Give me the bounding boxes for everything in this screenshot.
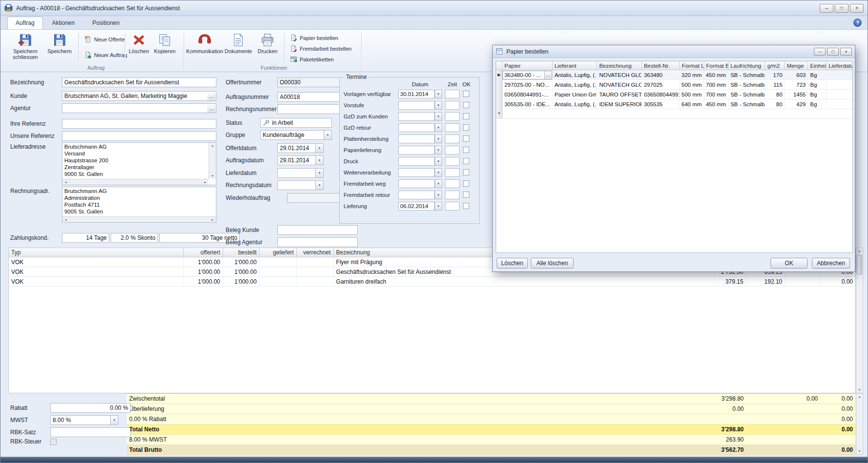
scroll-left-icon[interactable]: ◄	[62, 179, 69, 185]
offertdatum-value[interactable]: 29.01.2014	[277, 143, 315, 153]
termine-3-datum-input[interactable]	[398, 123, 435, 132]
status-field[interactable]: in Arbeit	[260, 118, 332, 128]
totals-vertical-scrollbar[interactable]: ▲ ▼	[856, 393, 863, 455]
termine-6-zeit-input[interactable]	[445, 157, 460, 166]
termine-10-datum-input[interactable]: 06.02.2014	[398, 202, 435, 211]
communication-button[interactable]: Kommunikation	[187, 32, 223, 64]
positions-vertical-scrollbar[interactable]: ▲ ▼	[856, 248, 863, 393]
termine-7-datum-input[interactable]	[398, 168, 435, 177]
paper-col-format-b[interactable]: Format B	[704, 61, 729, 70]
order-paper-button[interactable]: Papier bestellen	[288, 33, 340, 43]
termine-2-datum-dropdown[interactable]: ▼	[435, 112, 442, 121]
termine-4-zeit-input[interactable]	[445, 135, 460, 143]
kunde-lookup-button[interactable]: …	[207, 91, 216, 101]
termine-5-datum-dropdown[interactable]: ▼	[435, 146, 442, 154]
bezeichnung-input[interactable]	[62, 77, 216, 87]
papier-edit-field[interactable]: 363480-00 - ... …	[502, 71, 552, 79]
paper-col-bezeichnung[interactable]: Bezeichnung	[597, 61, 642, 70]
papier-lookup-button[interactable]: …	[544, 71, 552, 79]
delete-button[interactable]: Löschen	[127, 32, 151, 64]
termine-10-datum-dropdown[interactable]: ▼	[435, 202, 442, 211]
new-offer-button[interactable]: Neue Offerte	[82, 34, 127, 44]
order-external-button[interactable]: Fremdarbeit bestellen	[288, 43, 353, 54]
termine-10-zeit-input[interactable]	[445, 202, 460, 211]
termine-2-zeit-input[interactable]	[445, 112, 460, 121]
positions-col-verrechnet[interactable]: verrechnet	[297, 248, 334, 257]
mwst-dropdown-button[interactable]: ▼	[110, 415, 118, 425]
lieferdatum-dropdown-button[interactable]: ▼	[315, 168, 324, 178]
scroll-left-icon[interactable]: ◄	[62, 217, 69, 223]
termine-5-ok-checkbox[interactable]	[463, 147, 469, 153]
paper-col-lieferdatum[interactable]: Lieferdatum	[827, 61, 852, 70]
termine-9-ok-checkbox[interactable]	[463, 192, 469, 198]
paper-col-papier[interactable]: Papier	[502, 61, 553, 70]
termine-0-ok-checkbox[interactable]	[463, 91, 469, 97]
kunde-input[interactable]	[62, 91, 207, 101]
documents-button[interactable]: Dokumente	[224, 32, 253, 64]
termine-4-datum-input[interactable]	[398, 135, 435, 143]
save-close-button[interactable]: Speichern schliessen	[8, 32, 42, 64]
help-button[interactable]: ?	[853, 19, 862, 27]
print-button[interactable]: Drucken	[255, 32, 280, 64]
zahlungskond-skonto-input[interactable]	[111, 233, 158, 243]
unsere-referenz-input[interactable]	[62, 131, 216, 141]
termine-6-datum-input[interactable]	[398, 157, 435, 166]
termine-8-zeit-input[interactable]	[445, 179, 460, 188]
paper-new-row[interactable]: *	[496, 109, 852, 119]
scrollbar-thumb[interactable]	[857, 255, 862, 274]
minimize-button[interactable]: –	[820, 4, 833, 13]
dialog-close-button[interactable]: ×	[840, 48, 852, 56]
agentur-input[interactable]	[62, 103, 207, 113]
termine-7-ok-checkbox[interactable]	[463, 169, 469, 175]
rechnungsadr-horizontal-scrollbar[interactable]: ◄ ►	[62, 216, 216, 222]
rabatt-input[interactable]	[50, 403, 131, 413]
rechnungsdatum-dropdown-button[interactable]: ▼	[315, 180, 324, 190]
positions-row-2[interactable]: VOK 1'000.00 1'000.00 Garnituren dreifac…	[9, 277, 855, 287]
rbk-satz-input[interactable]	[50, 427, 131, 437]
termine-6-ok-checkbox[interactable]	[463, 158, 469, 164]
tab-aktionen[interactable]: Aktionen	[44, 17, 83, 29]
positions-col-typ[interactable]: Typ	[9, 248, 184, 257]
termine-1-datum-input[interactable]	[398, 101, 435, 110]
termine-1-datum-dropdown[interactable]: ▼	[435, 101, 442, 110]
paper-col-einheit[interactable]: Einheit	[808, 61, 827, 70]
paper-col-bestellnr[interactable]: Bestell-Nr.	[642, 61, 680, 70]
termine-10-ok-checkbox[interactable]	[463, 203, 469, 209]
scroll-down-icon[interactable]: ▼	[856, 448, 863, 454]
rechnungsadr-textarea[interactable]: Brutschmann AG Administration Postfach 4…	[62, 187, 216, 223]
tab-positionen[interactable]: Positionen	[84, 17, 128, 29]
rechnungsdatum-value[interactable]	[277, 180, 315, 190]
package-labels-button[interactable]: Paketetiketten	[288, 54, 336, 64]
termine-7-datum-dropdown[interactable]: ▼	[435, 168, 442, 177]
dialog-ok-button[interactable]: OK	[771, 258, 808, 269]
paper-row-1[interactable]: 297025-00 - NO... Antalis, Lupfig, (... …	[496, 80, 852, 90]
termine-0-zeit-input[interactable]	[445, 90, 460, 98]
termine-2-datum-input[interactable]	[398, 112, 435, 121]
gruppe-dropdown-button[interactable]: ▼	[324, 130, 332, 140]
scroll-up-icon[interactable]: ▲	[856, 394, 863, 400]
agentur-lookup-button[interactable]: …	[207, 103, 216, 113]
paper-col-lieferant[interactable]: Lieferant	[553, 61, 598, 70]
dialog-delete-all-button[interactable]: Alle löschen	[531, 258, 574, 269]
termine-5-zeit-input[interactable]	[445, 146, 460, 154]
scroll-right-icon[interactable]: ►	[202, 179, 209, 185]
scroll-up-icon[interactable]: ▲	[856, 248, 863, 254]
new-order-button[interactable]: Neuer Auftrag	[82, 50, 129, 60]
scroll-down-icon[interactable]: ▼	[209, 173, 216, 179]
paper-row-3[interactable]: 305535-00 - IDE... Antalis, Lupfig, (...…	[496, 99, 852, 109]
ihre-referenz-input[interactable]	[62, 119, 216, 129]
lieferadresse-vertical-scrollbar[interactable]: ▲ ▼	[209, 143, 216, 179]
close-button[interactable]: ×	[850, 4, 864, 13]
scroll-down-icon[interactable]: ▼	[856, 387, 863, 393]
positions-col-offeriert[interactable]: offeriert	[184, 248, 223, 257]
scroll-up-icon[interactable]: ▲	[209, 143, 216, 149]
maximize-button[interactable]: □	[835, 4, 849, 13]
paper-col-gm2[interactable]: g/m2	[765, 61, 785, 70]
termine-1-zeit-input[interactable]	[445, 101, 460, 110]
lieferadresse-textarea[interactable]: Brutschmann AG Versand Hauptstrasse 200 …	[62, 142, 216, 185]
positions-col-bestellt[interactable]: bestellt	[223, 248, 260, 257]
termine-3-ok-checkbox[interactable]	[463, 124, 469, 131]
paper-col-menge[interactable]: Menge	[785, 61, 808, 70]
dialog-maximize-button[interactable]: □	[827, 48, 839, 56]
copy-button[interactable]: Kopieren	[152, 32, 178, 64]
